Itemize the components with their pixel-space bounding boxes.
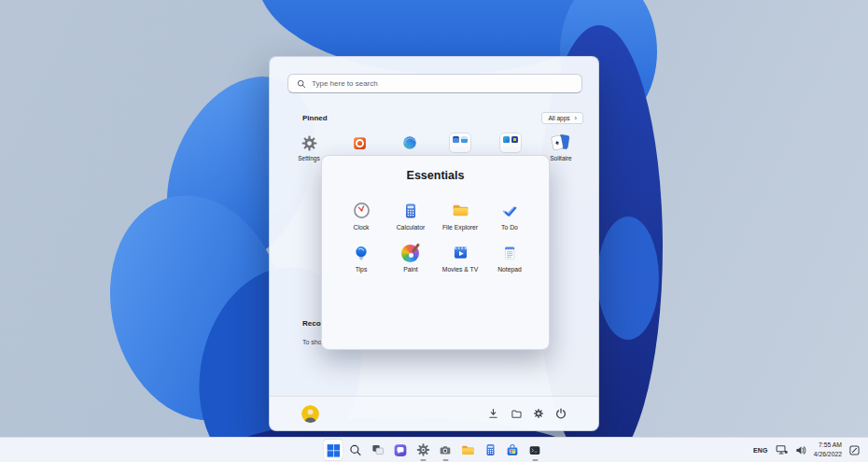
- volume-icon[interactable]: [795, 445, 806, 455]
- all-apps-label: All apps: [548, 115, 569, 121]
- taskbar-search-button[interactable]: [346, 439, 366, 461]
- solitaire-icon: ♠: [552, 133, 570, 152]
- paint-palette-icon: [401, 242, 420, 263]
- download-icon: [488, 408, 498, 419]
- search-icon: [297, 79, 306, 89]
- terminal-icon: [527, 443, 543, 457]
- folder-app-clock[interactable]: Clock: [337, 200, 386, 231]
- folder-app-todo[interactable]: To Do: [485, 200, 535, 231]
- folder-app-label: Clock: [354, 224, 370, 231]
- task-view-button[interactable]: [369, 439, 388, 461]
- chat-button[interactable]: [391, 439, 411, 461]
- clock[interactable]: 7:55 AM 4/26/2022: [814, 441, 842, 459]
- folder-app-label: Tips: [356, 266, 368, 273]
- folder-title: Essentials: [322, 169, 549, 182]
- taskbar: ENG 7:55 AM 4/26/2022: [0, 437, 868, 462]
- pinned-app-label: Settings: [298, 155, 320, 161]
- user-avatar[interactable]: [301, 405, 319, 423]
- start-button[interactable]: [324, 439, 343, 461]
- taskbar-calculator-button[interactable]: [481, 439, 500, 461]
- pinned-title: Pinned: [302, 114, 328, 122]
- taskbar-file-explorer-button[interactable]: [458, 439, 478, 461]
- settings-button[interactable]: [532, 407, 544, 420]
- essentials-folder-popup: Essentials Clock: [321, 155, 550, 350]
- taskbar-settings-button[interactable]: [413, 439, 433, 461]
- running-indicator: [442, 459, 448, 461]
- store-button[interactable]: [503, 439, 523, 461]
- folder-grid: Clock Calcul: [322, 200, 549, 273]
- system-tray: ENG 7:55 AM 4/26/2022: [753, 438, 860, 462]
- folder-app-paint[interactable]: Paint: [386, 242, 436, 273]
- pinned-app-label: Solitaire: [550, 155, 571, 161]
- task-view-icon: [371, 442, 386, 457]
- windows-logo-icon: [326, 442, 342, 458]
- edge-icon: [401, 133, 418, 152]
- folder-app-label: Notepad: [497, 266, 522, 273]
- store-bag-icon: [505, 442, 521, 458]
- clock-icon: [352, 200, 371, 221]
- power-icon: [555, 408, 567, 419]
- folder-tile-mail-calendar-icon: [450, 133, 470, 152]
- tips-bulb-icon: [352, 242, 371, 263]
- folder-app-label: Movies & TV: [442, 266, 478, 273]
- all-apps-button[interactable]: All apps ›: [541, 112, 583, 124]
- start-menu: Type here to search Pinned All apps ›: [269, 56, 599, 431]
- settings-gear-icon: [415, 442, 430, 457]
- terminal-button[interactable]: [525, 439, 545, 461]
- search-input[interactable]: Type here to search: [287, 74, 582, 93]
- documents-button[interactable]: [510, 407, 522, 420]
- folder-app-notepad[interactable]: Notepad: [485, 242, 535, 273]
- folder-icon: [511, 409, 522, 419]
- folder-app-label: Calculator: [397, 224, 426, 231]
- chat-bubble-icon: [393, 442, 409, 458]
- folder-tile-photos-icon: [500, 133, 521, 152]
- folder-app-label: To Do: [501, 224, 518, 231]
- calculator-icon: [483, 442, 497, 457]
- downloads-button[interactable]: [487, 407, 499, 420]
- notepad-icon: [500, 242, 519, 263]
- settings-gear-icon: [301, 133, 318, 152]
- language-indicator[interactable]: ENG: [753, 447, 768, 454]
- folder-app-tips[interactable]: Tips: [337, 242, 386, 273]
- running-indicator: [420, 459, 426, 461]
- folder-app-label: File Explorer: [442, 224, 478, 231]
- gear-icon: [533, 408, 544, 419]
- folder-app-label: Paint: [403, 266, 418, 273]
- file-explorer-folder-icon: [451, 200, 470, 221]
- folder-app-file-explorer[interactable]: File Explorer: [436, 200, 485, 231]
- start-menu-footer: [270, 396, 598, 430]
- folder-app-calculator[interactable]: Calculator: [386, 200, 436, 231]
- network-icon[interactable]: [776, 444, 788, 455]
- calculator-icon: [401, 200, 420, 221]
- tray-date: 4/26/2022: [814, 450, 842, 459]
- camera-icon: [438, 443, 454, 457]
- pen-icon[interactable]: [849, 445, 860, 455]
- tray-time: 7:55 AM: [814, 441, 842, 450]
- taskbar-center-icons: [324, 438, 545, 462]
- search-icon: [349, 443, 363, 457]
- office-icon: [352, 133, 368, 152]
- movies-tv-icon: [451, 242, 470, 263]
- footer-actions: [487, 407, 567, 420]
- folder-icon: [459, 442, 476, 458]
- search-placeholder: Type here to search: [312, 79, 378, 88]
- camera-button[interactable]: [436, 439, 455, 461]
- power-button[interactable]: [554, 407, 567, 420]
- chevron-right-icon: ›: [575, 114, 578, 122]
- todo-check-icon: [500, 200, 519, 221]
- folder-app-movies-tv[interactable]: Movies & TV: [436, 242, 485, 273]
- running-indicator: [532, 459, 538, 461]
- pinned-header: Pinned All apps ›: [302, 111, 583, 124]
- desktop: Type here to search Pinned All apps ›: [0, 0, 868, 462]
